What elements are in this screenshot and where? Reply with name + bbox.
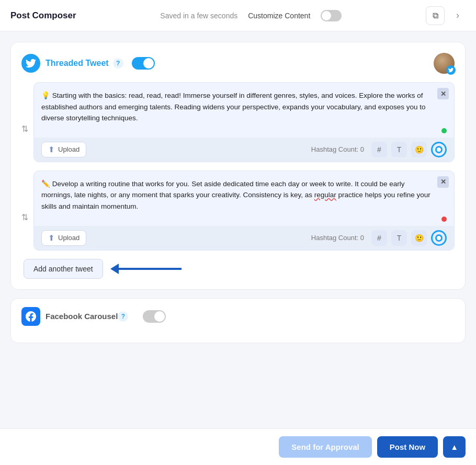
emoji-btn-1[interactable]: 🙂 <box>411 142 427 157</box>
tweet-content-2: ✕ ✏️ Develop a writing routine that work… <box>34 171 454 226</box>
avatar-twitter-badge <box>446 65 456 75</box>
hashtag-btn-2[interactable]: # <box>371 230 387 246</box>
twitter-icon <box>21 54 40 73</box>
threaded-tweet-card: Threaded Tweet ? ⇅ <box>10 42 466 290</box>
upload-button-1[interactable]: ⬆ Upload <box>41 142 86 157</box>
platform-name: Threaded Tweet <box>46 59 109 68</box>
tweet-close-2[interactable]: ✕ <box>437 176 449 188</box>
fb-toggle-knob <box>154 311 165 322</box>
inner-circle <box>435 146 443 153</box>
text-btn-1[interactable]: T <box>391 142 407 157</box>
customize-label: Customize Content <box>248 12 310 20</box>
user-avatar <box>434 53 455 74</box>
saved-status: Saved in a few seconds <box>160 12 237 20</box>
drag-handle-2[interactable]: ⇅ <box>21 171 28 222</box>
fb-help[interactable]: ? <box>118 311 128 322</box>
add-tweet-row: Add another tweet <box>21 259 455 279</box>
post-expand-button[interactable]: ▲ <box>443 436 466 458</box>
header: Post Composer Saved in a few seconds Cus… <box>0 0 476 31</box>
send-for-approval-button[interactable]: Send for Approval <box>279 436 371 458</box>
footer: Send for Approval Post Now ▲ <box>0 428 476 465</box>
fb-help-text: ? <box>121 313 125 320</box>
arrow-shaft <box>119 268 182 270</box>
drag-handle[interactable]: ⇅ <box>21 82 28 134</box>
status-dot-1 <box>441 128 447 133</box>
badge-twitter-icon <box>448 67 454 73</box>
expand-icon: ▲ <box>450 443 458 451</box>
customize-toggle[interactable] <box>321 10 342 21</box>
tweet-close-1[interactable]: ✕ <box>437 88 449 99</box>
circle-btn-1[interactable] <box>431 142 447 157</box>
fb-platform-name: Facebook Carousel <box>46 312 118 321</box>
upload-icon: ⬆ <box>48 145 55 154</box>
platform-header: Threaded Tweet ? <box>21 53 455 74</box>
toggle-knob <box>322 11 331 20</box>
main-content: Threaded Tweet ? ⇅ <box>0 31 476 428</box>
text-btn-2[interactable]: T <box>391 230 407 246</box>
facebook-f-icon <box>26 311 36 322</box>
facebook-carousel-card: Facebook Carousel ? <box>10 298 466 343</box>
add-tweet-button[interactable]: Add another tweet <box>24 259 103 279</box>
facebook-icon <box>21 307 40 326</box>
fb-platform-header: Facebook Carousel ? <box>21 307 455 326</box>
circle-btn-2[interactable] <box>431 230 447 246</box>
tweet-item-2: ⇅ ✕ ✏️ Develop a writing routine that wo… <box>21 171 455 251</box>
upload-icon-2: ⬆ <box>48 233 55 243</box>
underlined-word: regular <box>314 191 336 199</box>
upload-button-2[interactable]: ⬆ Upload <box>41 230 86 246</box>
tweet-list: ⇅ ✕ 💡 Starting with the basics: read, re… <box>21 82 455 251</box>
app-title: Post Composer <box>10 10 76 21</box>
expand-button[interactable]: › <box>450 8 466 24</box>
inner-circle-2 <box>435 234 443 242</box>
tweet-text-2: ✏️ Develop a writing routine that works … <box>41 178 447 212</box>
help-text: ? <box>116 60 120 67</box>
arrow-indicator <box>111 264 182 274</box>
tweet-item: ⇅ ✕ 💡 Starting with the basics: read, re… <box>21 82 455 162</box>
tweet-toolbar-2: ⬆ Upload Hashtag Count: 0 # T 🙂 <box>34 226 454 250</box>
arrow-head <box>110 264 119 274</box>
copy-button[interactable]: ⧉ <box>426 6 445 25</box>
hashtag-count-2: Hashtag Count: 0 <box>311 234 364 242</box>
threaded-tweet-help[interactable]: ? <box>113 58 123 69</box>
hashtag-count-1: Hashtag Count: 0 <box>311 145 364 153</box>
fb-toggle[interactable] <box>143 310 166 323</box>
post-now-button[interactable]: Post Now <box>377 436 438 458</box>
hashtag-btn-1[interactable]: # <box>371 142 387 157</box>
toggle-knob <box>143 58 154 69</box>
upload-label-2: Upload <box>58 234 80 242</box>
tweet-box-1: ✕ 💡 Starting with the basics: read, read… <box>33 82 455 162</box>
emoji-btn-2[interactable]: 🙂 <box>411 230 427 246</box>
copy-icon: ⧉ <box>433 11 438 20</box>
status-dot-2 <box>441 217 447 222</box>
tweet-toolbar-1: ⬆ Upload Hashtag Count: 0 # T 🙂 <box>34 138 454 162</box>
header-actions: ⧉ › <box>426 6 466 25</box>
header-center: Saved in a few seconds Customize Content <box>76 10 426 21</box>
upload-label-1: Upload <box>58 145 80 153</box>
tweet-text-1: 💡 Starting with the basics: read, read, … <box>41 90 447 124</box>
twitter-bird-icon <box>26 58 36 69</box>
tweet-content-1: ✕ 💡 Starting with the basics: read, read… <box>34 83 454 138</box>
threaded-tweet-toggle[interactable] <box>132 57 155 70</box>
tweet-box-2: ✕ ✏️ Develop a writing routine that work… <box>33 171 455 251</box>
